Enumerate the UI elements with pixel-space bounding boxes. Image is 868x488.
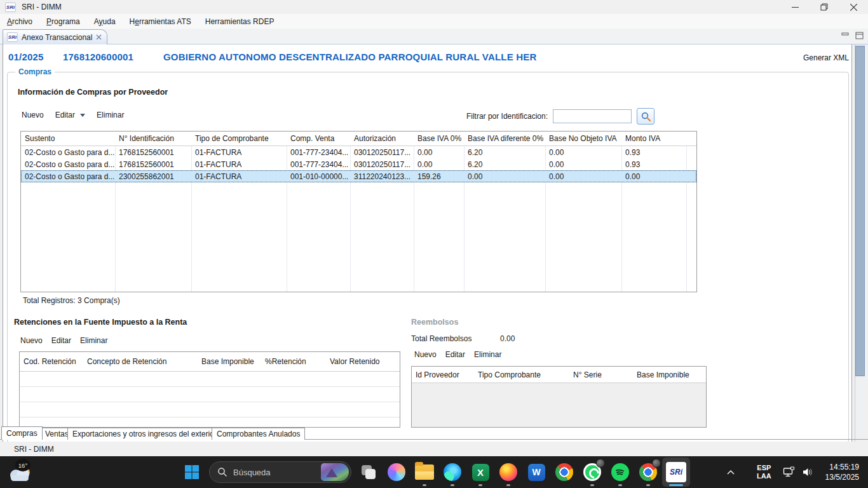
column-header[interactable]: %Retención <box>261 352 326 371</box>
tab-label: Anexo Transaccional <box>22 33 92 42</box>
table-cell: 0.93 <box>621 148 686 157</box>
menu-programa[interactable]: Programa <box>39 15 87 28</box>
minimize-button[interactable] <box>780 0 810 14</box>
tab-anexo-transaccional[interactable]: SRi Anexo Transaccional <box>3 29 107 44</box>
retenciones-table[interactable]: Cod. RetenciónConcepto de RetenciónBase … <box>19 351 400 428</box>
whatsapp-badge <box>596 459 605 468</box>
search-highlight-image[interactable] <box>321 463 349 481</box>
network-button[interactable] <box>783 466 796 478</box>
ret-eliminar-button[interactable]: Eliminar <box>80 336 107 345</box>
edge-icon <box>444 463 461 481</box>
column-header[interactable]: Valor Retenido <box>326 352 390 371</box>
eliminar-button[interactable]: Eliminar <box>97 111 124 119</box>
task-view-button[interactable] <box>355 458 383 487</box>
spotify-button[interactable] <box>606 458 634 487</box>
edge-button[interactable] <box>438 458 466 487</box>
filter-input[interactable] <box>553 109 632 123</box>
chrome-button[interactable] <box>550 458 578 487</box>
table-cell: 001-777-23404... <box>287 160 350 169</box>
column-header[interactable]: Autorización <box>350 132 414 146</box>
dropdown-arrow-icon[interactable] <box>80 114 85 117</box>
reb-eliminar-button[interactable]: Eliminar <box>474 350 501 359</box>
menu-archivo[interactable]: Archivo <box>0 15 39 28</box>
tab-exportaciones[interactable]: Exportaciones y otros ingresos del exter… <box>67 428 222 440</box>
column-header[interactable]: Tipo de Comprobante <box>191 132 287 146</box>
title-bar: SRi SRI - DIMM <box>0 0 868 14</box>
tab-close-icon[interactable] <box>96 34 102 40</box>
period: 01/2025 <box>8 51 44 62</box>
app-icon: SRi <box>5 3 16 12</box>
anexo-transaccional-view: 01/2025 1768120600001 GOBIERNO AUTONOMO … <box>3 44 852 442</box>
table-row[interactable]: 02-Costo o Gasto para d...17681525600010… <box>21 146 696 158</box>
volume-button[interactable] <box>802 467 814 477</box>
time: 14:55:19 <box>825 462 859 472</box>
column-header[interactable]: Base IVA diferente 0% <box>464 132 545 146</box>
file-explorer-icon <box>415 464 434 480</box>
search-box[interactable]: Búsqueda <box>209 461 351 483</box>
scrollbar-thumb[interactable] <box>855 46 865 376</box>
view-minimize-icon[interactable] <box>841 32 850 39</box>
compras-toolbar: Nuevo Editar Eliminar <box>22 111 124 119</box>
ret-editar-button[interactable]: Editar <box>51 336 71 345</box>
menu-ayuda[interactable]: Ayuda <box>87 15 123 28</box>
tab-compras[interactable]: Compras <box>1 426 43 440</box>
table-cell: 0.93 <box>621 160 686 169</box>
reembolsos-table[interactable]: Id ProveedorTipo ComprobanteN° SerieBase… <box>411 366 707 428</box>
column-header[interactable]: Base Imponible <box>198 352 261 371</box>
sri-dimm-button[interactable]: SRi <box>662 458 690 487</box>
column-header[interactable]: Cod. Retención <box>20 352 83 371</box>
column-header[interactable]: Monto IVA <box>621 132 686 146</box>
system-tray: ESP LAA 14:55:19 13/5/2025 <box>721 456 868 488</box>
menu-herramientas-ats[interactable]: Herramientas ATS <box>123 15 198 28</box>
restore-button[interactable] <box>810 0 839 14</box>
spotify-icon <box>611 463 629 481</box>
column-header[interactable]: N° Serie <box>569 367 633 383</box>
tab-comprobantes-anulados[interactable]: Comprobantes Anulados <box>212 428 305 440</box>
reb-editar-button[interactable]: Editar <box>445 350 465 359</box>
reb-nuevo-button[interactable]: Nuevo <box>414 350 437 359</box>
column-header[interactable]: N° Identificación <box>115 132 191 146</box>
excel-button[interactable] <box>466 458 494 487</box>
search-button[interactable] <box>637 108 654 125</box>
table-cell: 2300255862001 <box>115 172 191 181</box>
generar-xml-button[interactable]: Generar XML <box>803 53 849 62</box>
tray-chevron-button[interactable] <box>721 470 740 475</box>
taskbar: 16° Búsqueda <box>0 456 868 488</box>
column-header[interactable]: Base No Objeto IVA <box>545 132 621 146</box>
column-header[interactable]: Concepto de Retención <box>83 352 198 371</box>
column-header[interactable]: Sustento <box>21 132 115 146</box>
firefox-button[interactable] <box>494 458 522 487</box>
table-row[interactable]: 02-Costo o Gasto para d...23002558620010… <box>21 170 696 182</box>
table-cell: 001-777-23404... <box>287 148 350 157</box>
clock[interactable]: 14:55:19 13/5/2025 <box>825 462 859 482</box>
ret-nuevo-button[interactable]: Nuevo <box>20 336 43 345</box>
table-cell: 0.00 <box>414 160 464 169</box>
column-header[interactable]: Base IVA 0% <box>414 132 464 146</box>
chrome-profile-button[interactable] <box>634 458 662 487</box>
compras-table[interactable]: SustentoN° IdentificaciónTipo de Comprob… <box>20 131 697 292</box>
whatsapp-button[interactable] <box>578 458 606 487</box>
bottom-tab-bar: Compras Ventas Exportaciones y otros ing… <box>0 426 868 440</box>
view-maximize-icon[interactable] <box>855 32 864 39</box>
table-body: 02-Costo o Gasto para d...17681525600010… <box>21 146 696 182</box>
chevron-up-icon <box>727 470 735 475</box>
table-row[interactable]: 02-Costo o Gasto para d...17681525600010… <box>21 158 696 170</box>
column-header[interactable]: Comp. Venta <box>287 132 350 146</box>
table-cell: 6.20 <box>464 160 545 169</box>
weather-widget[interactable]: 16° <box>6 460 42 484</box>
editar-button[interactable]: Editar <box>55 111 85 119</box>
column-header[interactable]: Id Proveedor <box>412 367 474 383</box>
close-button[interactable] <box>839 0 868 14</box>
total-reembolsos-label: Total Reembolsos <box>411 334 471 343</box>
document-header: 01/2025 1768120600001 GOBIERNO AUTONOMO … <box>3 50 851 65</box>
column-header[interactable]: Tipo Comprobante <box>474 367 569 383</box>
column-header[interactable]: Base Imponible <box>633 367 698 383</box>
language-indicator[interactable]: ESP LAA <box>757 464 771 480</box>
start-button[interactable] <box>178 458 206 487</box>
copilot-button[interactable] <box>383 458 410 487</box>
nuevo-button[interactable]: Nuevo <box>22 111 44 119</box>
file-explorer-button[interactable] <box>410 458 438 487</box>
table-cell: 01-FACTURA <box>191 160 287 169</box>
word-button[interactable] <box>522 458 550 487</box>
menu-herramientas-rdep[interactable]: Herramientas RDEP <box>198 15 281 28</box>
